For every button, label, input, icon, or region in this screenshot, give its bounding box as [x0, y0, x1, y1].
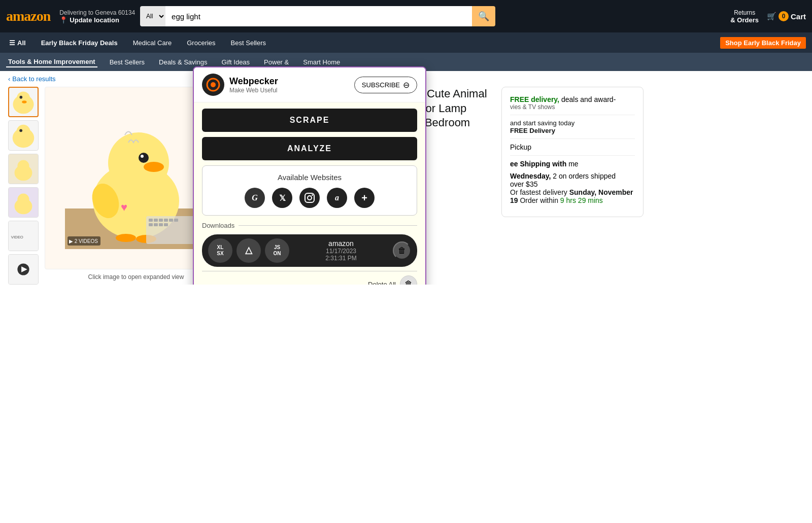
svg-point-2: [20, 96, 23, 99]
thumbnail-5[interactable]: VIDEO: [8, 221, 39, 251]
svg-rect-30: [149, 219, 153, 222]
subnav-tools[interactable]: Tools & Home Improvement: [6, 57, 97, 67]
pickup-row: Pickup: [510, 138, 635, 151]
download-date: 11/17/2023 2:31:31 PM: [293, 248, 389, 262]
download-site-name: amazon: [293, 239, 389, 248]
svg-rect-37: [154, 223, 158, 226]
scrape-button[interactable]: SCRAPE: [202, 109, 417, 132]
downloads-text: Downloads: [202, 222, 234, 229]
wp-subscribe-button[interactable]: SUBSCRIBE ⊖: [354, 77, 417, 93]
delete-all-label: Delete All: [368, 281, 396, 285]
all-menu-label: All: [17, 39, 26, 47]
analyze-download-button[interactable]: △: [236, 238, 261, 263]
thumbnail-1[interactable]: [8, 87, 39, 117]
download-date-value: 11/17/2023: [326, 248, 356, 255]
delete-download-button[interactable]: 🗑: [393, 241, 411, 260]
thumbnail-6[interactable]: [8, 254, 39, 285]
svg-rect-32: [159, 219, 163, 222]
image-caption: Click image to open expanded view: [88, 273, 184, 281]
subnav-deals[interactable]: Deals & Savings: [157, 57, 209, 67]
returns-orders-button[interactable]: Returns & Orders: [730, 9, 759, 24]
twitter-icon-button[interactable]: 𝕏: [272, 188, 292, 208]
search-category-select[interactable]: All: [140, 6, 165, 26]
main-nav: ☰ All Early Black Friday Deals Medical C…: [0, 32, 812, 53]
svg-rect-36: [149, 223, 153, 226]
update-location-text[interactable]: Update location: [70, 16, 119, 24]
svg-point-46: [312, 194, 313, 196]
xlsx-download-button[interactable]: XLSX: [208, 238, 232, 263]
cart-label: Cart: [791, 12, 806, 21]
delivery-date: Wednesday, 2 on orders shipped over $35 …: [510, 172, 635, 204]
svg-rect-35: [174, 219, 178, 222]
svg-text:VIDEO: VIDEO: [11, 235, 23, 239]
downloads-section: Downloads XLSX △ JSON amazon 11/17/2023 …: [202, 222, 417, 285]
location-icon: 📍: [59, 16, 67, 24]
subnav-power[interactable]: Power &: [262, 57, 291, 67]
instagram-icon-button[interactable]: [299, 188, 320, 208]
deliver-block[interactable]: Delivering to Geneva 60134 📍 Update loca…: [59, 9, 135, 24]
svg-point-3: [22, 100, 26, 103]
delivery-day: Wednesday,: [510, 172, 551, 180]
svg-point-23: [144, 162, 164, 172]
analyze-button[interactable]: ANALYZE: [202, 137, 417, 160]
webpecker-overlay: Webpecker Make Web Useful SUBSCRIBE ⊖ SC…: [193, 66, 426, 285]
downloads-label: Downloads: [202, 222, 417, 229]
fastest-delivery: Or fastest delivery Sunday, November 19 …: [510, 188, 635, 204]
nav-item-best-sellers[interactable]: Best Sellers: [228, 37, 269, 49]
delivery-info: FREE delivery, deals and award- vies & T…: [510, 95, 635, 111]
download-info: amazon 11/17/2023 2:31:31 PM: [293, 239, 389, 262]
add-website-button[interactable]: +: [354, 188, 375, 208]
hamburger-icon: ☰: [9, 39, 15, 47]
search-button[interactable]: 🔍: [472, 6, 495, 26]
thumbnail-3[interactable]: [8, 154, 39, 184]
cart-icon: 🛒: [767, 12, 776, 21]
main-content: VIDEO ↑: [0, 87, 812, 285]
wp-header: Webpecker Make Web Useful SUBSCRIBE ⊖: [194, 67, 425, 102]
all-menu-button[interactable]: ☰ All: [6, 37, 29, 49]
buy-box: FREE delivery, deals and award- vies & T…: [501, 87, 644, 217]
wp-brand-text: Webpecker Make Web Useful: [229, 76, 278, 94]
nav-item-early-black-friday[interactable]: Early Black Friday Deals: [38, 37, 121, 49]
available-websites-title: Available Websites: [210, 173, 410, 182]
svg-point-45: [308, 196, 312, 200]
header-right: Returns & Orders 🛒 0 Cart: [730, 9, 806, 24]
pickup-label: Pickup: [510, 143, 531, 151]
svg-point-24: [139, 153, 149, 163]
subnav-best-sellers[interactable]: Best Sellers: [108, 57, 147, 67]
cart-button[interactable]: 🛒 0 Cart: [767, 11, 806, 21]
google-icon-button[interactable]: G: [245, 188, 265, 208]
delete-all-button[interactable]: 🗑: [400, 275, 417, 285]
delivery-over: over $35: [510, 180, 635, 188]
svg-rect-39: [164, 223, 168, 226]
free-ship-info: ee Shipping with me: [510, 155, 635, 168]
amazon-header: amazon Delivering to Geneva 60134 📍 Upda…: [0, 0, 812, 32]
svg-point-43: [211, 82, 216, 87]
fastest-label: Or fastest delivery: [510, 188, 567, 196]
amazon-icon-button[interactable]: a: [327, 188, 347, 208]
update-location: 📍 Update location: [59, 16, 135, 24]
thumbnail-2[interactable]: [8, 120, 39, 151]
subnav-gift-ideas[interactable]: Gift Ideas: [219, 57, 252, 67]
svg-rect-34: [169, 219, 173, 222]
svg-rect-33: [164, 219, 168, 222]
search-input[interactable]: [165, 6, 472, 26]
wp-brand: Webpecker Make Web Useful: [202, 74, 278, 96]
prime-free-delivery: FREE Delivery: [510, 127, 555, 134]
thumbnail-4[interactable]: [8, 187, 39, 218]
json-download-button[interactable]: JSON: [265, 238, 289, 263]
time-left: 9 hrs 29 mins: [560, 196, 603, 204]
nav-item-medical-care[interactable]: Medical Care: [130, 37, 175, 49]
svg-point-27: [116, 234, 136, 242]
download-row: XLSX △ JSON amazon 11/17/2023 2:31:31 PM…: [202, 234, 417, 267]
order-within-label: Order within: [520, 196, 558, 204]
thumbnail-column: VIDEO: [8, 87, 41, 285]
nav-item-shop-early[interactable]: Shop Early Black Friday: [720, 37, 806, 49]
amazon-logo[interactable]: amazon: [6, 8, 50, 24]
wp-name: Webpecker: [229, 76, 278, 87]
subnav-smart-home[interactable]: Smart Home: [301, 57, 342, 67]
website-icons: G 𝕏 a +: [210, 188, 410, 208]
cart-count: 0: [779, 11, 789, 21]
returns-line2: & Orders: [730, 16, 759, 24]
wp-content: SCRAPE ANALYZE Available Websites G 𝕏: [194, 102, 425, 285]
nav-item-groceries[interactable]: Groceries: [184, 37, 218, 49]
